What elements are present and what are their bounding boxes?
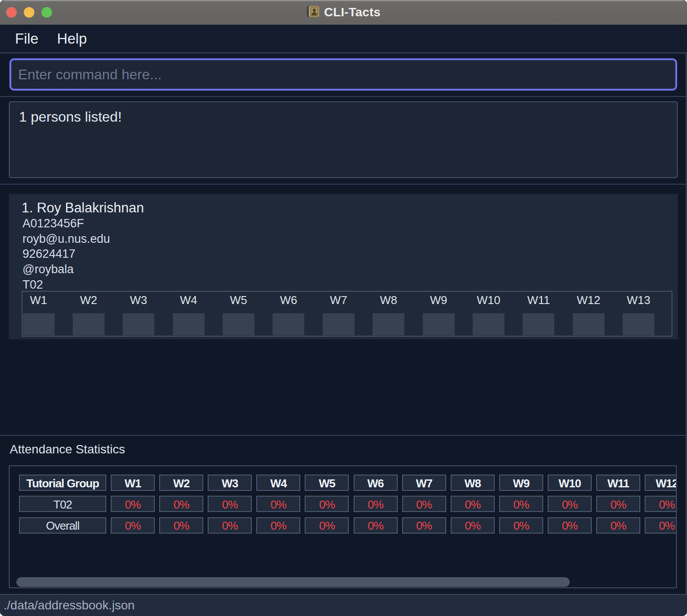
attendance-box[interactable] [323, 313, 355, 335]
stats-value-cell: 0% [645, 496, 677, 512]
stats-value-cell: 0% [596, 517, 640, 534]
stats-value-cell: 0% [208, 517, 252, 534]
attendance-box[interactable] [23, 313, 55, 335]
attendance-week-grid: W1W2W3W4W5W6W7W8W9W10W11W12W13 [22, 291, 673, 337]
person-tutorial-group: T02 [22, 277, 678, 293]
week-column-w6: W6 [273, 293, 322, 336]
week-column-w10: W10 [473, 293, 523, 336]
close-button[interactable] [6, 7, 17, 18]
stats-value-cell: 0% [548, 517, 592, 534]
week-label: W10 [477, 293, 500, 307]
stats-value-cell: 0% [159, 496, 203, 512]
week-label: W9 [430, 293, 447, 307]
stats-header-cell: W3 [208, 475, 252, 491]
stats-value-cell: 0% [208, 496, 252, 512]
week-column-w5: W5 [223, 293, 273, 336]
stats-row-overall: Overall0%0%0%0%0%0%0%0%0%0%0%0% [19, 517, 676, 534]
stats-header-cell: W10 [548, 475, 592, 491]
attendance-box[interactable] [73, 313, 105, 335]
app-window: CLI-Tacts FileHelp 1 persons listed! 1. … [0, 0, 687, 616]
week-label: W2 [80, 293, 97, 307]
person-student-id: A0123456F [22, 216, 678, 231]
stats-value-cell: 0% [402, 517, 446, 534]
stats-header-cell: W2 [159, 475, 203, 491]
stats-value-cell: 0% [548, 496, 592, 512]
minimize-button[interactable] [24, 7, 34, 18]
menu-bar: FileHelp [0, 25, 687, 52]
week-column-w8: W8 [373, 293, 422, 336]
week-label: W11 [527, 293, 550, 307]
week-label: W13 [627, 293, 650, 307]
week-column-w12: W12 [573, 293, 623, 336]
stats-row-t02: T020%0%0%0%0%0%0%0%0%0%0%0% [19, 496, 676, 512]
stats-header-cell: W1 [111, 475, 155, 491]
week-column-w2: W2 [73, 293, 123, 336]
week-column-w11: W11 [523, 293, 572, 336]
week-label: W5 [230, 293, 247, 307]
stats-value-cell: 0% [111, 517, 155, 534]
menu-file[interactable]: File [15, 30, 38, 47]
result-display[interactable]: 1 persons listed! [9, 101, 678, 178]
week-column-w9: W9 [423, 293, 473, 336]
stats-header-cell: W7 [402, 475, 446, 491]
attendance-box[interactable] [273, 313, 304, 335]
attendance-stats-panel: Attendance Statistics Tutorial GroupW1W2… [0, 436, 687, 594]
attendance-box[interactable] [573, 313, 605, 335]
stats-value-cell: 0% [451, 517, 495, 534]
week-column-w13: W13 [623, 293, 672, 336]
attendance-box[interactable] [423, 313, 455, 335]
attendance-box[interactable] [523, 313, 554, 335]
title-group: CLI-Tacts [307, 0, 381, 25]
stats-title: Attendance Statistics [10, 442, 687, 457]
stats-value-cell: 0% [596, 496, 640, 512]
week-label: W1 [30, 293, 47, 307]
person-phone: 92624417 [22, 246, 678, 262]
attendance-box[interactable] [123, 313, 154, 335]
stats-header-cell: W6 [354, 475, 398, 491]
week-column-w1: W1 [23, 293, 73, 336]
horizontal-scrollbar-thumb[interactable] [16, 577, 570, 587]
window-title: CLI-Tacts [324, 5, 381, 19]
person-name: 1. Roy Balakrishnan [22, 200, 678, 216]
address-book-icon [307, 6, 319, 19]
stats-header-cell: W12 [645, 475, 677, 491]
attendance-box[interactable] [473, 313, 504, 335]
week-label: W3 [130, 293, 147, 307]
stats-value-cell: 0% [402, 496, 446, 512]
command-input[interactable] [10, 59, 677, 90]
week-column-w3: W3 [123, 293, 172, 336]
result-pane: 1 persons listed! [0, 97, 687, 184]
person-card[interactable]: 1. Roy Balakrishnan A0123456F royb@u.nus… [9, 194, 678, 339]
zoom-button[interactable] [41, 7, 52, 18]
traffic-lights [0, 0, 52, 25]
stats-header-cell: W5 [305, 475, 349, 491]
save-location: ./data/addressbook.json [4, 598, 134, 612]
stats-value-cell: 0% [499, 517, 543, 534]
menu-help[interactable]: Help [57, 30, 87, 47]
attendance-box[interactable] [173, 313, 205, 335]
attendance-box[interactable] [373, 313, 404, 335]
stats-value-cell: 0% [645, 517, 677, 534]
stats-header-cell: W11 [596, 475, 640, 491]
person-email: royb@u.nus.edu [22, 231, 678, 247]
week-label: W8 [380, 293, 397, 307]
week-label: W6 [280, 293, 297, 307]
stats-value-cell: 0% [451, 496, 495, 512]
attendance-box[interactable] [223, 313, 254, 335]
stats-value-cell: 0% [256, 496, 300, 512]
title-bar: CLI-Tacts [0, 0, 687, 25]
week-column-w7: W7 [323, 293, 373, 336]
week-label: W12 [577, 293, 600, 307]
stats-header-cell: W8 [451, 475, 495, 491]
attendance-box[interactable] [623, 313, 654, 335]
person-list-panel: 1. Roy Balakrishnan A0123456F royb@u.nus… [0, 185, 687, 435]
stats-group-cell: Overall [19, 517, 106, 534]
stats-value-cell: 0% [159, 517, 203, 534]
stats-value-cell: 0% [111, 496, 155, 512]
status-bar: ./data/addressbook.json [0, 594, 687, 616]
command-pane [0, 53, 687, 96]
week-label: W7 [330, 293, 347, 307]
stats-header-row: Tutorial GroupW1W2W3W4W5W6W7W8W9W10W11W1… [19, 475, 676, 491]
stats-value-cell: 0% [305, 517, 349, 534]
stats-table: Tutorial GroupW1W2W3W4W5W6W7W8W9W10W11W1… [9, 465, 677, 588]
